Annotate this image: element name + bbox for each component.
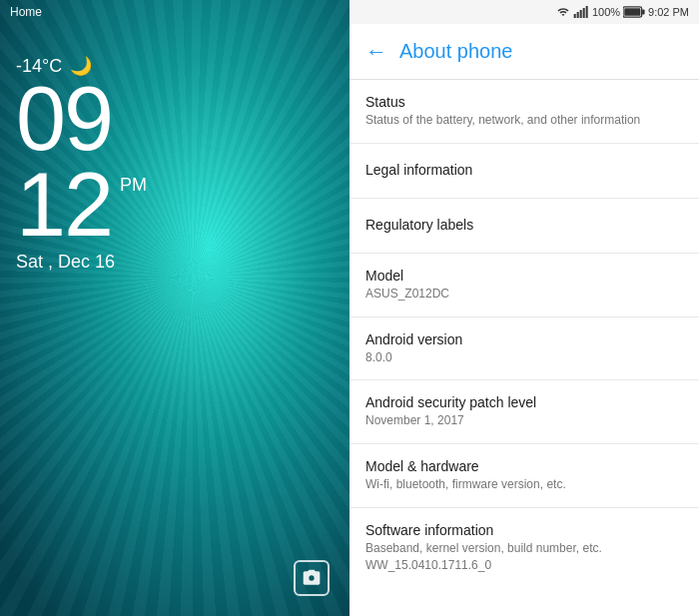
menu-item-title-status: Status	[365, 94, 683, 110]
lock-status-bar: Home	[0, 0, 350, 24]
menu-item-title-model: Model	[365, 268, 683, 284]
menu-item-android-version[interactable]: Android version8.0.0	[350, 317, 699, 381]
menu-item-status[interactable]: StatusStatus of the battery, network, an…	[350, 80, 699, 144]
lock-weather: -14°C 🌙 09 12 PM Sat , Dec 16	[16, 55, 147, 273]
menu-item-subtitle-security-patch: November 1, 2017	[365, 412, 683, 429]
menu-item-title-security-patch: Android security patch level	[365, 394, 683, 410]
about-phone-panel: 100% 9:02 PM ← About phone StatusStatus …	[350, 0, 699, 616]
svg-rect-0	[574, 14, 576, 18]
menu-item-title-android-version: Android version	[365, 331, 683, 347]
wifi-icon	[556, 6, 570, 18]
right-status-bar: 100% 9:02 PM	[350, 0, 699, 24]
menu-item-model-hardware[interactable]: Model & hardwareWi-fi, bluetooth, firmwa…	[350, 444, 699, 508]
svg-rect-2	[580, 10, 582, 18]
about-menu-list: StatusStatus of the battery, network, an…	[350, 80, 699, 616]
svg-rect-4	[586, 6, 588, 18]
lock-hour: 09	[16, 77, 147, 163]
menu-item-regulatory[interactable]: Regulatory labels	[350, 199, 699, 254]
back-button[interactable]: ←	[365, 39, 387, 65]
battery-percent: 100%	[592, 6, 620, 18]
menu-item-title-software-info: Software information	[365, 522, 683, 538]
page-title: About phone	[399, 40, 512, 63]
lock-ampm: PM	[120, 175, 147, 196]
menu-item-subtitle-software-info: Baseband, kernel version, build number, …	[365, 540, 683, 574]
lock-minute-row: 12 PM	[16, 163, 147, 249]
svg-rect-6	[642, 9, 645, 14]
lock-date: Sat , Dec 16	[16, 252, 147, 273]
menu-item-software-info[interactable]: Software informationBaseband, kernel ver…	[350, 508, 699, 588]
menu-item-title-regulatory: Regulatory labels	[365, 217, 683, 233]
menu-item-legal[interactable]: Legal information	[350, 144, 699, 199]
menu-item-title-legal: Legal information	[365, 162, 683, 178]
status-time: 9:02 PM	[648, 6, 689, 18]
about-header: ← About phone	[350, 24, 699, 80]
lock-screen: Home -14°C 🌙 09 12 PM Sat , Dec 16	[0, 0, 350, 616]
home-label: Home	[10, 5, 42, 19]
signal-icon	[573, 6, 589, 18]
camera-button[interactable]	[294, 560, 330, 596]
svg-rect-3	[583, 8, 585, 18]
battery-icon	[623, 6, 645, 18]
menu-item-subtitle-model-hardware: Wi-fi, bluetooth, firmware version, etc.	[365, 476, 683, 493]
lock-minute: 12	[16, 163, 112, 249]
status-icons: 100% 9:02 PM	[556, 6, 689, 18]
menu-item-subtitle-android-version: 8.0.0	[365, 349, 683, 366]
menu-item-subtitle-model: ASUS_Z012DC	[365, 286, 683, 303]
menu-item-security-patch[interactable]: Android security patch levelNovember 1, …	[350, 380, 699, 444]
camera-icon	[302, 568, 322, 588]
svg-rect-7	[624, 8, 640, 16]
menu-item-title-model-hardware: Model & hardware	[365, 458, 683, 474]
menu-item-subtitle-status: Status of the battery, network, and othe…	[365, 112, 683, 129]
svg-rect-1	[577, 12, 579, 18]
menu-item-model[interactable]: ModelASUS_Z012DC	[350, 254, 699, 317]
